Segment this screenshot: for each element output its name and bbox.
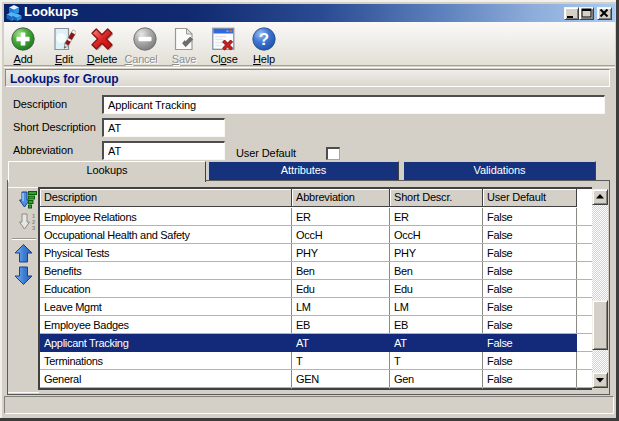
svg-text:?: ? [259,30,269,49]
svg-text:3: 3 [32,225,35,231]
